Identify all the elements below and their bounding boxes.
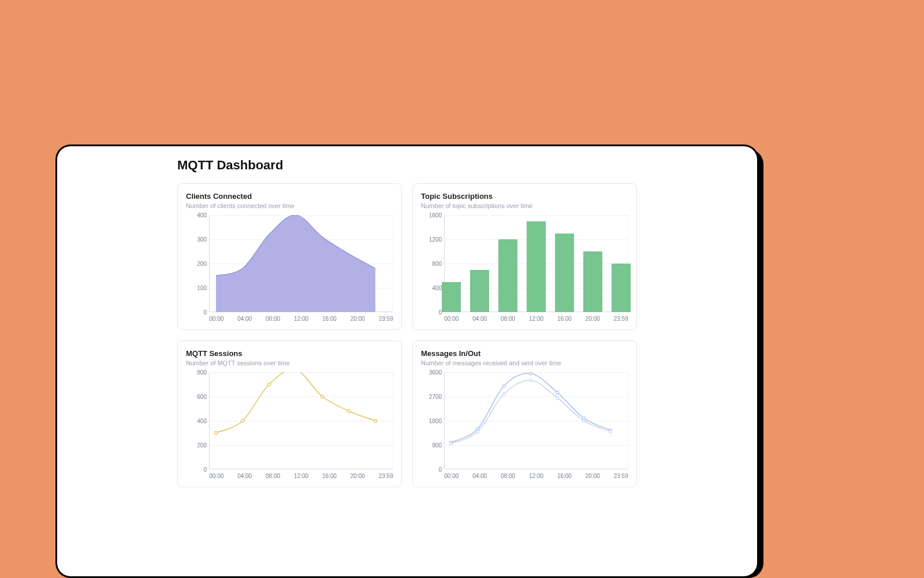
- data-point: [321, 395, 323, 398]
- y-tick-label: 400: [197, 418, 207, 424]
- data-point: [347, 410, 350, 413]
- series-line: [451, 380, 610, 444]
- data-point: [583, 417, 586, 420]
- bar: [442, 282, 461, 313]
- y-tick-label: 2700: [429, 394, 442, 400]
- y-tick-label: 200: [197, 261, 207, 267]
- y-tick-label: 800: [432, 261, 442, 267]
- card-messages-in-out: Messages In/Out Number of messages recei…: [412, 340, 637, 487]
- x-tick-label: 23:59: [614, 316, 628, 322]
- x-axis-ticks: 00:0004:0008:0012:0016:0020:0023:59: [444, 314, 628, 324]
- data-point: [241, 419, 244, 422]
- data-point: [374, 419, 377, 422]
- chart-topic-subscriptions: 040080012001600 00:0004:0008:0012:0016:0…: [421, 215, 628, 324]
- data-point: [556, 391, 559, 394]
- multi-line-plot: [444, 372, 617, 469]
- data-point: [530, 379, 532, 382]
- data-point: [476, 428, 479, 431]
- x-tick-label: 20:00: [586, 473, 600, 479]
- x-tick-label: 08:00: [266, 316, 280, 322]
- x-tick-label: 00:00: [444, 316, 459, 322]
- data-point: [503, 392, 506, 395]
- data-point: [476, 430, 479, 433]
- y-tick-label: 0: [203, 309, 207, 316]
- y-tick-label: 0: [438, 466, 442, 473]
- bar: [498, 239, 517, 312]
- card-mqtt-sessions: MQTT Sessions Number of MQTT sessions ov…: [177, 340, 402, 487]
- bar: [527, 221, 546, 313]
- x-tick-label: 12:00: [294, 316, 308, 322]
- y-tick-label: 600: [197, 394, 207, 400]
- series-line: [451, 373, 610, 442]
- chart-mqtt-sessions: 0200400600800 00:0004:0008:0012:0016:002…: [186, 372, 393, 481]
- x-tick-label: 16:00: [322, 473, 337, 479]
- x-tick-label: 12:00: [529, 316, 543, 322]
- x-tick-label: 08:00: [501, 473, 515, 479]
- x-tick-label: 12:00: [294, 473, 308, 479]
- x-tick-label: 20:00: [586, 316, 600, 322]
- x-tick-label: 00:00: [209, 473, 223, 479]
- x-tick-label: 12:00: [529, 473, 543, 479]
- x-tick-label: 08:00: [266, 473, 280, 479]
- x-tick-label: 16:00: [322, 316, 337, 322]
- bar: [612, 264, 631, 312]
- x-tick-label: 20:00: [351, 473, 365, 479]
- card-subtitle: Number of messages received and sent ove…: [421, 360, 628, 366]
- x-tick-label: 04:00: [237, 473, 252, 479]
- x-tick-label: 08:00: [501, 316, 515, 322]
- device-frame: MQTT Dashboard Clients Connected Number …: [55, 144, 759, 578]
- y-tick-label: 900: [432, 442, 442, 449]
- card-subtitle: Number of clients connected over time: [186, 202, 393, 209]
- data-point: [583, 420, 586, 423]
- data-point: [556, 397, 559, 399]
- line-plot: [209, 372, 382, 469]
- bar: [583, 251, 602, 312]
- y-tick-label: 0: [203, 466, 207, 473]
- card-clients-connected: Clients Connected Number of clients conn…: [177, 183, 402, 330]
- x-tick-label: 00:00: [444, 473, 459, 479]
- y-tick-label: 1600: [429, 212, 442, 218]
- page-title: MQTT Dashboard: [177, 158, 637, 173]
- card-topic-subscriptions: Topic Subscriptions Number of topic subs…: [412, 183, 637, 330]
- area-fill: [216, 215, 375, 312]
- data-point: [450, 442, 453, 445]
- y-tick-label: 300: [197, 236, 207, 243]
- y-axis-ticks: 0200400600800: [186, 372, 209, 469]
- data-point: [214, 431, 217, 434]
- x-tick-label: 04:00: [472, 473, 487, 479]
- y-tick-label: 400: [432, 285, 442, 291]
- bar: [470, 270, 489, 313]
- bar: [555, 234, 574, 313]
- y-tick-label: 400: [197, 212, 207, 218]
- area-plot: [209, 215, 382, 312]
- data-point: [503, 384, 506, 387]
- y-tick-label: 100: [197, 285, 207, 291]
- y-tick-label: 800: [197, 369, 207, 376]
- x-axis-ticks: 00:0004:0008:0012:0016:0020:0023:59: [209, 314, 393, 324]
- x-tick-label: 20:00: [351, 316, 365, 322]
- data-point: [267, 383, 270, 386]
- data-point: [530, 372, 532, 375]
- card-title: Clients Connected: [186, 192, 393, 201]
- chart-messages-in-out: 0900180027003600 00:0004:0008:0012:0016:…: [421, 372, 628, 481]
- card-subtitle: Number of topic subscriptions over time: [421, 202, 628, 209]
- y-axis-ticks: 040080012001600: [421, 215, 444, 312]
- card-subtitle: Number of MQTT sessions over time: [186, 360, 393, 366]
- bar-plot: [444, 215, 628, 312]
- x-tick-label: 04:00: [237, 316, 252, 322]
- y-tick-label: 1200: [429, 236, 442, 243]
- y-tick-label: 200: [197, 442, 207, 449]
- series-line: [216, 372, 375, 433]
- x-tick-label: 16:00: [557, 316, 572, 322]
- chart-clients-connected: 0100200300400 00:0004:0008:0012:0016:002…: [186, 215, 393, 324]
- screen: MQTT Dashboard Clients Connected Number …: [57, 146, 757, 576]
- y-tick-label: 1800: [429, 418, 442, 424]
- card-title: MQTT Sessions: [186, 349, 393, 358]
- x-tick-label: 23:59: [379, 473, 393, 479]
- x-tick-label: 23:59: [379, 316, 393, 322]
- data-point: [609, 430, 612, 433]
- y-axis-ticks: 0900180027003600: [421, 372, 444, 469]
- y-tick-label: 3600: [429, 369, 442, 376]
- y-axis-ticks: 0100200300400: [186, 215, 209, 312]
- dashboard-grid: Clients Connected Number of clients conn…: [177, 183, 637, 487]
